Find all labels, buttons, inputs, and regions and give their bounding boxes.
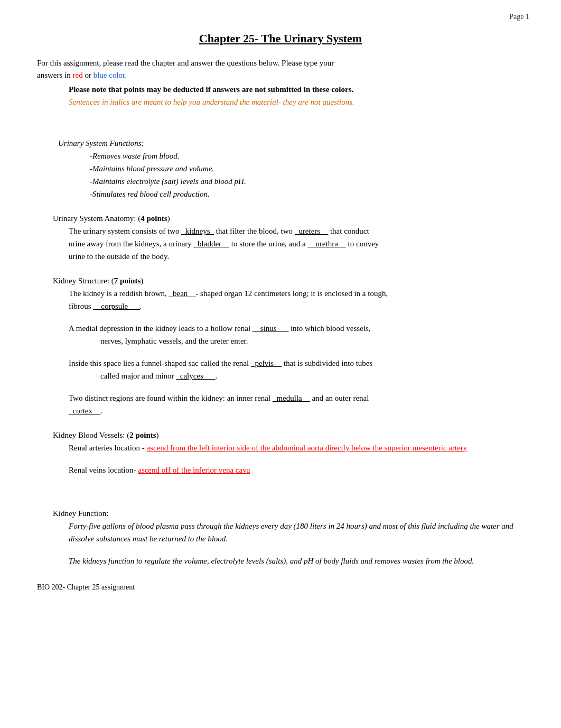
kidney-blood-body: Renal arteries location - ascend from th… (69, 441, 524, 476)
intro-or: or (83, 71, 94, 79)
kidney-structure-title: Kidney Structure: (7 points) (53, 274, 524, 287)
italic-warning: Sentences in italics are meant to help y… (69, 96, 524, 108)
kf-italic2: The kidneys function to regulate the vol… (69, 555, 524, 567)
page-number: Page 1 (509, 13, 529, 21)
ks-line1: The kidney is a reddish brown, _bean__- … (69, 287, 524, 300)
anatomy-line1: The urinary system consists of two _kidn… (69, 225, 524, 237)
uf3: -Maintains electrolyte (salt) levels and… (90, 175, 524, 188)
kbv-answer2: ascend off of the inferior vena cava (138, 466, 250, 474)
kidney-function-section: Kidney Function: Forty-five gallons of b… (37, 507, 524, 567)
kidney-structure-body: The kidney is a reddish brown, _bean__- … (69, 287, 524, 417)
kidney-blood-section: Kidney Blood Vessels: (2 points) Renal a… (37, 429, 524, 476)
kidney-function-body: Forty-five gallons of blood plasma pass … (69, 520, 524, 567)
intro-text-line1: For this assignment, please read the cha… (37, 59, 334, 67)
ks-para3-line1: Inside this space lies a funnel-shaped s… (69, 357, 524, 370)
ks-para4-line1: Two distinct regions are found within th… (69, 392, 524, 404)
intro-red: red (73, 71, 83, 79)
uf4: -Stimulates red blood cell production. (90, 188, 524, 200)
intro-text-line2: answers in (37, 71, 73, 79)
intro-blue: blue color. (94, 71, 127, 79)
kf-italic1: Forty-five gallons of blood plasma pass … (69, 520, 524, 545)
footer: BIO 202- Chapter 25 assignment (37, 583, 524, 592)
ks-para3-line2: called major and minor _calyces___. (100, 370, 524, 382)
kbv-veins: Renal veins location- ascend off of the … (69, 464, 524, 476)
intro-paragraph: For this assignment, please read the cha… (37, 57, 524, 81)
uf1: -Removes waste from blood. (90, 150, 524, 162)
kidney-structure-section: Kidney Structure: (7 points) The kidney … (37, 274, 524, 417)
kbv-answer1: ascend from the left interior side of th… (146, 444, 467, 452)
ks-para2-line2: nerves, lymphatic vessels, and the urete… (100, 335, 524, 347)
kidney-blood-title: Kidney Blood Vessels: (2 points) (53, 429, 524, 441)
warning-text: Please note that points may be deducted … (69, 83, 524, 96)
page-title: Chapter 25- The Urinary System (37, 32, 524, 45)
anatomy-title: Urinary System Anatomy: (4 points) (53, 212, 524, 225)
kbv-arteries: Renal arteries location - ascend from th… (69, 441, 524, 454)
anatomy-section: Urinary System Anatomy: (4 points) The u… (37, 212, 524, 263)
warning-block: Please note that points may be deducted … (69, 83, 524, 108)
ks-line2: fibrous __corpsule___. (69, 300, 524, 312)
ks-para2-line1: A medial depression in the kidney leads … (69, 322, 524, 335)
anatomy-body: The urinary system consists of two _kidn… (69, 225, 524, 263)
urinary-functions-section: Urinary System Functions: -Removes waste… (58, 137, 524, 200)
ks-para4-line2: _cortex__. (69, 404, 524, 417)
uf2: -Maintains blood pressure and volume. (90, 162, 524, 175)
urinary-functions-label: Urinary System Functions: (58, 137, 524, 150)
anatomy-line2: urine away from the kidneys, a urinary _… (69, 237, 524, 250)
anatomy-line3: urine to the outside of the body. (69, 250, 524, 263)
kidney-function-title: Kidney Function: (53, 507, 524, 520)
